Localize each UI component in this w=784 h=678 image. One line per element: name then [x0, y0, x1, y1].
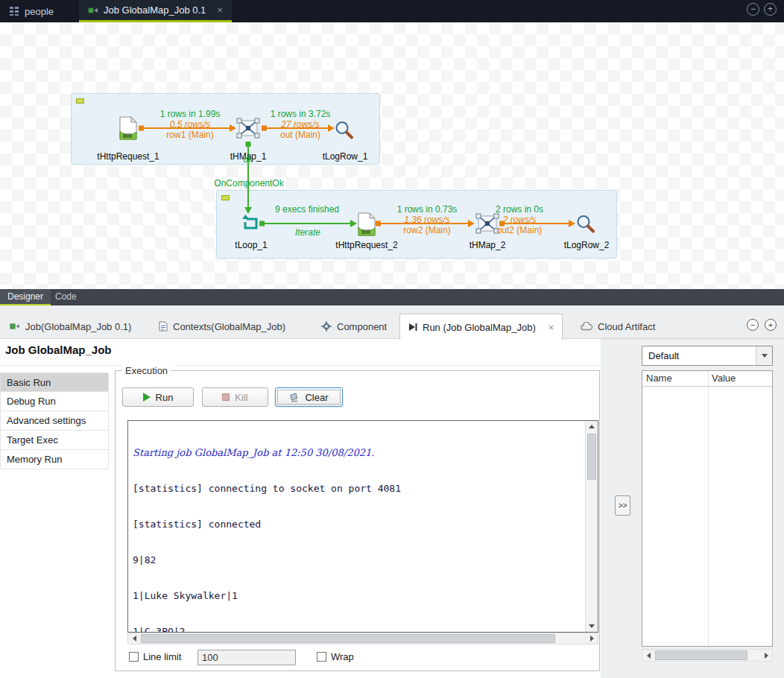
tab-code[interactable]: Code	[48, 289, 84, 305]
sidebar-item-advanced-settings[interactable]: Advanced settings	[0, 411, 109, 431]
kill-button[interactable]: Kill	[202, 387, 268, 407]
editor-tab-label: people	[25, 6, 54, 17]
editor-tab-job[interactable]: Job GlobalMap_Job 0.1 ×	[79, 0, 232, 22]
scroll-left-icon[interactable]	[642, 650, 654, 661]
connection-name[interactable]: row1 (Main)	[134, 130, 246, 140]
chevron-down-icon[interactable]	[756, 346, 772, 365]
console-line: 1|C-3PO|2	[133, 626, 579, 632]
context-select[interactable]: Default	[642, 346, 773, 366]
scroll-right-icon[interactable]	[760, 650, 772, 661]
row-rate: 0.5 rows/s	[134, 119, 246, 130]
contexts-icon	[159, 321, 168, 332]
tab-contexts[interactable]: Contexts(GlobalMap_Job)	[151, 314, 294, 338]
line-limit-checkbox[interactable]	[129, 652, 139, 662]
design-canvas[interactable]: tHttpRequest_1 tHMap_1 tLogRow_1 tLoop_1…	[0, 22, 784, 289]
close-icon[interactable]: ×	[217, 4, 223, 16]
component-tlogrow-2[interactable]	[576, 214, 595, 234]
tab-label: Component	[337, 321, 387, 332]
scroll-right-icon[interactable]	[586, 633, 598, 644]
component-label[interactable]: tHMap_2	[435, 240, 540, 250]
trigger-oncomponentok-label[interactable]: OnComponentOk	[197, 178, 301, 188]
sidebar-item-debug-run[interactable]: Debug Run	[0, 392, 109, 411]
sidebar-item-memory-run[interactable]: Memory Run	[0, 450, 109, 469]
connection-labels-row1: 1 rows in 1.99s 0.5 rows/s row1 (Main)	[134, 109, 246, 140]
row-stats: 1 rows in 1.99s	[134, 109, 246, 119]
clear-icon	[289, 392, 300, 402]
context-variables-table[interactable]: Name Value	[642, 370, 773, 647]
console-line: Starting job GlobalMap_Job at 12:50 30/0…	[133, 447, 579, 459]
group-collapse-icon[interactable]	[76, 98, 84, 104]
component-label[interactable]: tHttpRequest_2	[314, 240, 419, 250]
editor-tab-people[interactable]: people	[0, 0, 63, 22]
console-output[interactable]: Starting job GlobalMap_Job at 12:50 30/0…	[127, 420, 598, 633]
play-icon	[143, 393, 151, 402]
column-header-value: Value	[712, 373, 736, 384]
scroll-down-icon[interactable]	[586, 621, 598, 632]
group-collapse-icon[interactable]	[221, 195, 230, 200]
run-button-label: Run	[156, 392, 174, 403]
execution-group: Execution Run Kill Clear Starting job Gl…	[115, 370, 600, 671]
column-divider	[708, 371, 709, 646]
component-label[interactable]: tHttpRequest_1	[76, 151, 180, 162]
sidebar-item-target-exec[interactable]: Target Exec	[0, 431, 109, 450]
job-icon	[10, 321, 20, 332]
close-icon[interactable]: ×	[549, 322, 554, 333]
execution-legend: Execution	[122, 365, 171, 376]
job-title: Job GlobalMap_Job	[5, 343, 112, 356]
connection-name[interactable]: out (Main)	[244, 130, 356, 140]
maximize-panel-icon[interactable]: +	[765, 319, 777, 331]
component-label[interactable]: tLoop_1	[199, 240, 303, 250]
context-horizontal-scrollbar[interactable]	[642, 649, 773, 662]
job-icon	[88, 5, 98, 16]
gear-icon	[321, 321, 332, 332]
tab-run[interactable]: Run (Job GlobalMap_Job) ×	[399, 314, 563, 340]
tab-label: Cloud Artifact	[598, 321, 655, 332]
sidebar-item-basic-run[interactable]: Basic Run	[0, 373, 109, 392]
scrollbar-thumb[interactable]	[587, 434, 596, 480]
clear-button[interactable]: Clear	[275, 387, 343, 407]
wrap-checkbox[interactable]	[317, 652, 326, 662]
panel-sash[interactable]	[0, 305, 784, 314]
table-header: Name Value	[642, 371, 772, 387]
scroll-up-icon[interactable]	[586, 421, 598, 432]
console-line: [statistics] connected	[133, 519, 579, 530]
run-button[interactable]: Run	[122, 387, 194, 407]
tab-label: Contexts(GlobalMap_Job)	[173, 321, 285, 332]
tab-label: Run (Job GlobalMap_Job)	[423, 322, 536, 333]
maximize-view-icon[interactable]: +	[764, 3, 777, 16]
component-label[interactable]: tLogRow_1	[293, 151, 397, 162]
trigger-ok-label[interactable]: ok	[243, 154, 253, 165]
tab-cloud-artifact[interactable]: Cloud Artifact	[572, 314, 663, 338]
tab-component[interactable]: Component	[313, 314, 395, 338]
scrollbar-thumb[interactable]	[655, 650, 747, 660]
scroll-left-icon[interactable]	[128, 633, 140, 644]
line-limit-input[interactable]	[197, 650, 296, 665]
editor-tab-label: Job GlobalMap_Job 0.1	[104, 4, 206, 16]
tab-label: Job(GlobalMap_Job 0.1)	[25, 321, 131, 332]
title-divider	[0, 365, 610, 366]
tab-job[interactable]: Job(GlobalMap_Job 0.1)	[1, 314, 139, 338]
tab-designer[interactable]: Designer	[0, 289, 51, 305]
console-horizontal-scrollbar[interactable]	[127, 633, 598, 644]
kill-button-label: Kill	[235, 392, 247, 403]
connection-name[interactable]: out2 (Main)	[464, 225, 575, 235]
column-header-name: Name	[646, 373, 672, 384]
run-icon	[408, 323, 417, 332]
component-label[interactable]: tLogRow_2	[534, 240, 639, 250]
console-line: 1|Luke Skywalker|1	[133, 590, 579, 602]
minimize-panel-icon[interactable]: −	[747, 319, 759, 331]
console-vertical-scrollbar[interactable]	[585, 421, 598, 632]
console-text: Starting job GlobalMap_Job at 12:50 30/0…	[128, 421, 584, 632]
clear-button-label: Clear	[305, 392, 328, 403]
editor-tabbar: people Job GlobalMap_Job 0.1 × − +	[0, 0, 784, 22]
wrap-label: Wrap	[331, 651, 354, 662]
row-rate: 27 rows/s	[244, 119, 356, 130]
scrollbar-thumb[interactable]	[141, 634, 555, 643]
minimize-view-icon[interactable]: −	[747, 3, 759, 16]
expand-context-button[interactable]: >>	[615, 495, 630, 516]
row-stats: 2 rows in 0s	[464, 204, 575, 215]
logrow-icon	[576, 214, 595, 234]
connection-name-iterate[interactable]: Iterate	[252, 227, 364, 238]
context-select-value: Default	[648, 350, 679, 361]
panel-tabbar: Job(GlobalMap_Job 0.1) Contexts(GlobalMa…	[0, 314, 784, 339]
